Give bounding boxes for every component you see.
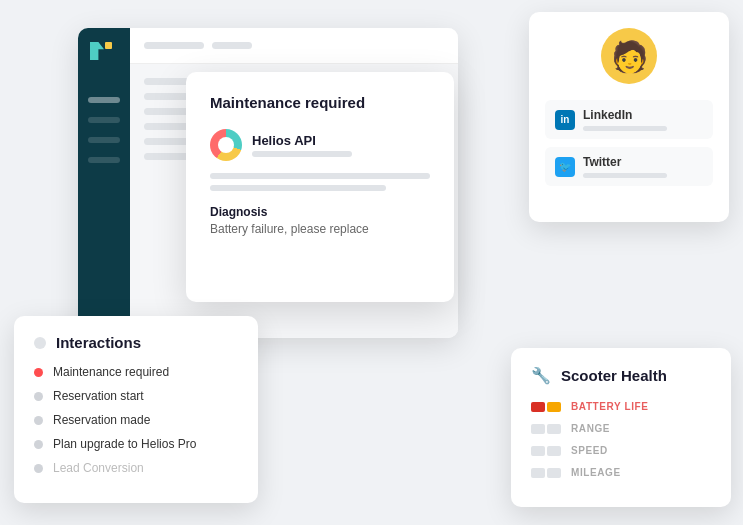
speed-bar-seg bbox=[547, 446, 561, 456]
sidebar-nav-item[interactable] bbox=[88, 117, 120, 123]
health-title: Scooter Health bbox=[561, 367, 667, 384]
interaction-label-muted: Lead Conversion bbox=[53, 461, 144, 475]
sidebar-nav-item[interactable] bbox=[88, 157, 120, 163]
maintenance-title: Maintenance required bbox=[210, 94, 430, 111]
range-bar-seg bbox=[531, 424, 545, 434]
interaction-dot-gray bbox=[34, 464, 43, 473]
health-item-battery: BATTERY LIFE bbox=[531, 401, 711, 412]
linkedin-label: LinkedIn bbox=[583, 108, 703, 122]
header-bar bbox=[212, 42, 252, 49]
interaction-dot-red bbox=[34, 368, 43, 377]
health-header: 🔧 Scooter Health bbox=[531, 366, 711, 385]
diagnosis-section: Diagnosis Battery failure, please replac… bbox=[210, 205, 430, 236]
linkedin-content: LinkedIn bbox=[583, 108, 703, 131]
mileage-bars bbox=[531, 468, 561, 478]
interaction-label: Maintenance required bbox=[53, 365, 169, 379]
helios-name: Helios API bbox=[252, 133, 352, 148]
helios-icon bbox=[210, 129, 242, 161]
diagnosis-label: Diagnosis bbox=[210, 205, 430, 219]
sidebar-nav bbox=[88, 86, 120, 174]
interaction-item-4: Plan upgrade to Helios Pro bbox=[34, 437, 238, 451]
app-logo bbox=[90, 42, 118, 70]
speed-bars bbox=[531, 446, 561, 456]
helios-row: Helios API bbox=[210, 129, 430, 161]
battery-bar-seg bbox=[547, 402, 561, 412]
linkedin-icon: in bbox=[555, 110, 575, 130]
interaction-dot-gray bbox=[34, 392, 43, 401]
wrench-icon: 🔧 bbox=[531, 366, 551, 385]
linkedin-bar bbox=[583, 126, 667, 131]
mileage-bar-seg bbox=[547, 468, 561, 478]
health-card: 🔧 Scooter Health BATTERY LIFE RANGE SPEE… bbox=[511, 348, 731, 507]
health-item-range: RANGE bbox=[531, 423, 711, 434]
interactions-header: Interactions bbox=[34, 334, 238, 351]
progress-bars-group bbox=[210, 173, 430, 191]
battery-bar-seg bbox=[531, 402, 545, 412]
battery-label: BATTERY LIFE bbox=[571, 401, 649, 412]
maintenance-card: Maintenance required Helios API Diagnosi… bbox=[186, 72, 454, 302]
helios-bar bbox=[252, 151, 352, 157]
health-item-speed: SPEED bbox=[531, 445, 711, 456]
interaction-label: Reservation made bbox=[53, 413, 150, 427]
avatar-face: 🧑 bbox=[611, 39, 648, 74]
health-item-mileage: MILEAGE bbox=[531, 467, 711, 478]
battery-bars bbox=[531, 402, 561, 412]
progress-bar bbox=[210, 185, 386, 191]
interaction-item-1: Maintenance required bbox=[34, 365, 238, 379]
interactions-title: Interactions bbox=[56, 334, 141, 351]
twitter-label: Twitter bbox=[583, 155, 703, 169]
interaction-item-5: Lead Conversion bbox=[34, 461, 238, 475]
header-bar bbox=[144, 42, 204, 49]
speed-bar-seg bbox=[531, 446, 545, 456]
avatar: 🧑 bbox=[601, 28, 657, 84]
twitter-icon: 🐦 bbox=[555, 157, 575, 177]
twitter-content: Twitter bbox=[583, 155, 703, 178]
sidebar bbox=[78, 28, 130, 338]
progress-bar bbox=[210, 173, 430, 179]
interaction-item-2: Reservation start bbox=[34, 389, 238, 403]
interaction-dot-gray bbox=[34, 440, 43, 449]
content-header bbox=[130, 28, 458, 64]
linkedin-item[interactable]: in LinkedIn bbox=[545, 100, 713, 139]
range-bar-seg bbox=[547, 424, 561, 434]
twitter-item[interactable]: 🐦 Twitter bbox=[545, 147, 713, 186]
interactions-card: Interactions Maintenance required Reserv… bbox=[14, 316, 258, 503]
interaction-label: Reservation start bbox=[53, 389, 144, 403]
range-label: RANGE bbox=[571, 423, 610, 434]
sidebar-nav-item[interactable] bbox=[88, 137, 120, 143]
mileage-label: MILEAGE bbox=[571, 467, 621, 478]
interaction-label: Plan upgrade to Helios Pro bbox=[53, 437, 196, 451]
twitter-bar bbox=[583, 173, 667, 178]
interactions-icon bbox=[34, 337, 46, 349]
diagnosis-text: Battery failure, please replace bbox=[210, 222, 430, 236]
range-bars bbox=[531, 424, 561, 434]
interaction-dot-gray bbox=[34, 416, 43, 425]
mileage-bar-seg bbox=[531, 468, 545, 478]
sidebar-nav-item[interactable] bbox=[88, 97, 120, 103]
social-card: 🧑 in LinkedIn 🐦 Twitter bbox=[529, 12, 729, 222]
speed-label: SPEED bbox=[571, 445, 608, 456]
interaction-item-3: Reservation made bbox=[34, 413, 238, 427]
